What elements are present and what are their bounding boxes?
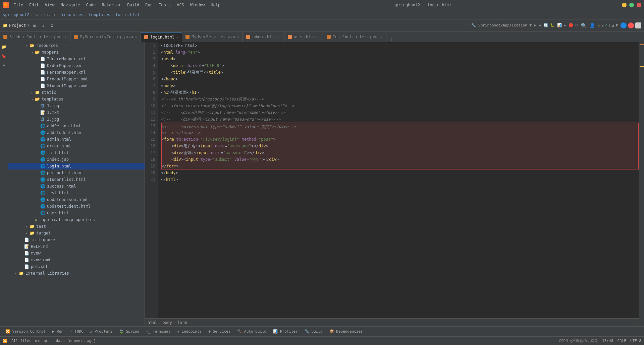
maximize-button[interactable] bbox=[629, 3, 634, 7]
bottom-btn-todo[interactable]: ✓ TODO bbox=[67, 329, 86, 334]
tab-close-user-html[interactable]: × bbox=[318, 35, 320, 39]
bottom-btn-version-control[interactable]: 🔀 Version Control bbox=[3, 329, 48, 334]
tab-close-test-controller[interactable]: × bbox=[381, 35, 383, 39]
tree-item-ProductMapper-xml[interactable]: 📄ProductMapper.xml bbox=[8, 76, 145, 82]
menu-run[interactable]: Run bbox=[143, 2, 155, 8]
menu-refactor[interactable]: Refactor bbox=[99, 2, 124, 8]
search-button[interactable]: 🔍 bbox=[581, 23, 587, 28]
tab-close-admin-html[interactable]: × bbox=[279, 35, 281, 39]
bottom-btn-profiler[interactable]: 📊 Profiler bbox=[270, 329, 301, 334]
code-editor[interactable]: 123456789101112131415161718192021 <!DOCT… bbox=[145, 42, 639, 326]
menu-code[interactable]: Code bbox=[84, 2, 99, 8]
bottom-btn-run[interactable]: ▶ Run bbox=[50, 329, 66, 334]
user-button[interactable]: 👤 bbox=[589, 23, 595, 28]
tab-my-security-config[interactable]: MySercurityConfig.java× bbox=[70, 32, 141, 42]
expand-button[interactable]: ↕ bbox=[40, 22, 47, 29]
tree-item-1-txt[interactable]: 📝1.txt bbox=[8, 109, 145, 116]
breadcrumb-item-3[interactable]: resources bbox=[62, 12, 84, 17]
tree-item-error-html[interactable]: 🌐error.html bbox=[8, 143, 145, 149]
bottom-btn-build[interactable]: 🔧 Build bbox=[302, 329, 325, 334]
tree-item-HELP-md[interactable]: 📝HELP.md bbox=[8, 243, 145, 250]
tree-item-addPerson-html[interactable]: 🌐addPerson.html bbox=[8, 123, 145, 129]
more-tabs-button[interactable]: ⋮ bbox=[386, 37, 396, 42]
tree-item-target[interactable]: ▸📁target bbox=[8, 230, 145, 236]
collapse-all-button[interactable]: ≡ bbox=[31, 22, 38, 29]
app-selector[interactable]: 🔧 Springboot2Application ▼ bbox=[471, 23, 532, 27]
tab-login-html[interactable]: login.html× bbox=[141, 32, 182, 42]
tree-item-index-jsp[interactable]: 🌐index.jsp bbox=[8, 156, 145, 163]
tab-close-login-html[interactable]: × bbox=[176, 36, 178, 39]
tree-item-test-html[interactable]: 🌐test.html bbox=[8, 190, 145, 196]
bottom-btn-services[interactable]: ⚙ Services bbox=[206, 329, 233, 334]
menu-edit[interactable]: Edit bbox=[26, 2, 42, 8]
bottom-btn-terminal[interactable]: >_ Terminal bbox=[143, 329, 173, 334]
tree-item-admin-html[interactable]: 🌐admin.html bbox=[8, 136, 145, 143]
tree-item-mappers[interactable]: ▾📂mappers bbox=[8, 49, 145, 56]
editor-bc-item-2[interactable]: form bbox=[177, 320, 187, 325]
project-dropdown[interactable]: 📁 Project ▼ bbox=[3, 23, 30, 28]
tab-close-my-user-service[interactable]: × bbox=[237, 35, 239, 39]
menu-tools[interactable]: Tools bbox=[156, 2, 173, 8]
tab-student-controller[interactable]: StudentController.java× bbox=[0, 32, 70, 42]
tree-item-success-html[interactable]: 🌐success.html bbox=[8, 183, 145, 190]
tree-item-test[interactable]: ▸📁test bbox=[8, 223, 145, 230]
tab-close-student-controller[interactable]: × bbox=[65, 35, 67, 39]
tab-user-html[interactable]: user.html× bbox=[284, 32, 323, 42]
breadcrumb-item-0[interactable]: springboot2 bbox=[3, 12, 29, 17]
chevron-down[interactable]: ▼ bbox=[615, 23, 618, 27]
firefox-icon[interactable] bbox=[628, 22, 634, 28]
menu-window[interactable]: Window bbox=[187, 2, 207, 8]
menu-build[interactable]: Build bbox=[124, 2, 142, 8]
bottom-btn-problems[interactable]: ⚠ Problems bbox=[88, 329, 115, 334]
bookmark-icon[interactable]: 🔖 bbox=[1, 53, 7, 60]
safari-icon[interactable] bbox=[635, 22, 641, 28]
tree-item-login-html[interactable]: 🌐login.html bbox=[8, 163, 145, 169]
breadcrumb-item-2[interactable]: main bbox=[47, 12, 57, 17]
tree-item-templates[interactable]: ▾📂templates bbox=[8, 96, 145, 102]
bottom-btn-auto-build[interactable]: 🔨 Auto-build bbox=[234, 329, 269, 334]
menu-vcs[interactable]: VCS bbox=[174, 2, 187, 8]
tab-close-my-security-config[interactable]: × bbox=[135, 35, 137, 39]
editor-bc-item-0[interactable]: html bbox=[148, 320, 157, 325]
menu-view[interactable]: View bbox=[42, 2, 57, 8]
tree-item-static[interactable]: ▸📁static bbox=[8, 89, 145, 96]
menu-file[interactable]: File bbox=[11, 2, 26, 8]
tree-item-External Libraries[interactable]: ▸📁External Libraries bbox=[8, 270, 145, 277]
editor-bc-item-1[interactable]: body bbox=[162, 320, 172, 325]
chrome-icon[interactable] bbox=[621, 22, 627, 28]
tree-item-2-jpg[interactable]: 🖼2.jpg bbox=[8, 116, 145, 123]
tree-item-PersonMapper-xml[interactable]: 📄PersonMapper.xml bbox=[8, 69, 145, 76]
tree-item-IdcardMapper-xml[interactable]: 📄IdcardMapper.xml bbox=[8, 56, 145, 62]
tree-item-studentlist-html[interactable]: 🌐studentlist.html bbox=[8, 176, 145, 183]
minimize-button[interactable] bbox=[622, 3, 627, 7]
tree-item-pom-xml[interactable]: 📄pom.xml bbox=[8, 263, 145, 270]
tree-item-OrderMapper-xml[interactable]: 📄OrderMapper.xml bbox=[8, 62, 145, 69]
close-button[interactable] bbox=[637, 3, 641, 7]
tab-admin-html[interactable]: admin.html× bbox=[243, 32, 284, 42]
breadcrumb-item-1[interactable]: src bbox=[35, 12, 42, 17]
tree-item-mvnw-cmd[interactable]: 📄mvnw.cmd bbox=[8, 257, 145, 263]
tree-item-resources[interactable]: ▾📂resources bbox=[8, 42, 145, 49]
bottom-btn-dependencies[interactable]: 📦 Dependencies bbox=[327, 329, 366, 334]
tree-item--gitignore[interactable]: 📄.gitignore bbox=[8, 236, 145, 243]
tree-item-StudentMapper-xml[interactable]: 📄StudentMapper.xml bbox=[8, 82, 145, 89]
tree-item-application-properties[interactable]: ⚙application.properties bbox=[8, 216, 145, 223]
tree-item-fail-html[interactable]: 🌐fail.html bbox=[8, 149, 145, 156]
tree-item-updatestudent-html[interactable]: 🌐updatestudent.html bbox=[8, 203, 145, 210]
menu-navigate[interactable]: Navigate bbox=[58, 2, 83, 8]
tree-item-personlist-html[interactable]: 🌐personlist.html bbox=[8, 169, 145, 176]
structure-icon[interactable]: ≣ bbox=[1, 62, 7, 69]
tab-test-controller[interactable]: TestController.java× bbox=[323, 32, 386, 42]
tree-item-mvnw[interactable]: 📄mvnw bbox=[8, 250, 145, 257]
project-icon[interactable]: 📁 bbox=[1, 44, 7, 50]
breadcrumb-item-5[interactable]: login.html bbox=[115, 12, 140, 17]
chevron-up[interactable]: ▲ bbox=[612, 23, 614, 27]
menu-help[interactable]: Help bbox=[208, 2, 223, 8]
settings-button[interactable]: ⚙ bbox=[48, 22, 56, 29]
bottom-btn-endpoints[interactable]: ⊙ Endpoints bbox=[174, 329, 204, 334]
breadcrumb-item-4[interactable]: templates bbox=[89, 12, 110, 17]
tree-item-1-jpg[interactable]: 🖼1.jpg bbox=[8, 102, 145, 109]
tab-my-user-service[interactable]: MyUserService.java× bbox=[182, 32, 243, 42]
tree-item-addstudent-html[interactable]: 🌐addstudent.html bbox=[8, 129, 145, 136]
tree-item-updateperson-html[interactable]: 🌐updateperson.html bbox=[8, 196, 145, 203]
